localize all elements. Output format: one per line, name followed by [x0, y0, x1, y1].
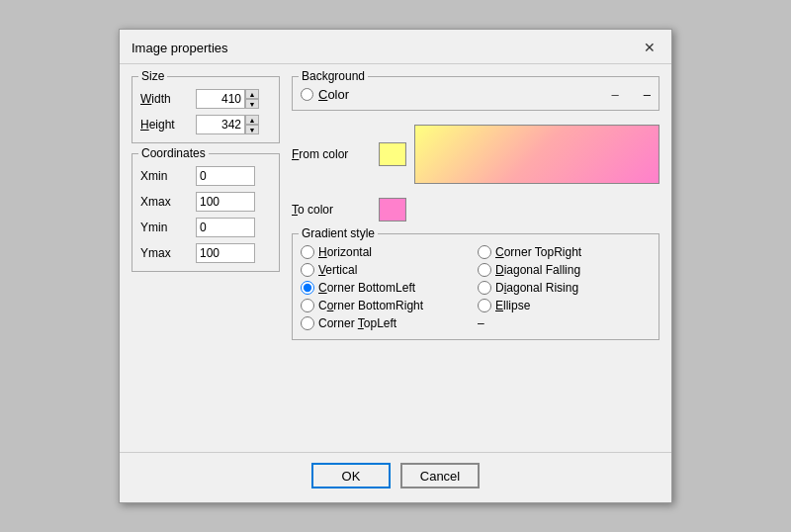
width-row: Width 410 ▲ ▼ [140, 89, 271, 109]
background-group: Background Color – – [292, 76, 659, 111]
to-color-row: To color [292, 198, 659, 222]
width-input[interactable]: 410 [196, 89, 245, 109]
diagonal-rising-radio[interactable] [478, 281, 491, 295]
dialog-body: Size Width 410 ▲ ▼ Height 342 [120, 64, 671, 452]
corner-bottomleft-label[interactable]: Corner BottomLeft [318, 281, 415, 295]
coordinates-group: Coordinates Xmin 0 Xmax 100 Ymin 0 Ymax … [132, 153, 280, 272]
image-properties-dialog: Image properties ✕ Size Width 410 ▲ ▼ [119, 29, 672, 503]
corner-bottomleft-radio[interactable] [301, 281, 314, 295]
height-input[interactable]: 342 [196, 115, 245, 134]
dialog-footer: OK Cancel [120, 452, 671, 502]
height-row: Height 342 ▲ ▼ [140, 115, 271, 134]
corner-bottomright-label[interactable]: Corner BottomRight [318, 299, 423, 312]
xmax-label: Xmax [140, 195, 190, 209]
to-color-label: To color [292, 203, 371, 217]
ellipse-label[interactable]: Ellipse [495, 299, 530, 312]
right-panel: Background Color – – From color To color [292, 76, 659, 440]
dialog-title: Image properties [132, 41, 228, 55]
corner-topleft-label[interactable]: Corner TopLeft [318, 316, 396, 330]
gradient-options-grid: Horizontal Corner TopRight Vertical [301, 244, 651, 331]
gradient-preview [414, 125, 659, 184]
width-down-button[interactable]: ▼ [245, 99, 259, 109]
background-group-label: Background [299, 69, 368, 83]
radio-diagonal-falling: Diagonal Falling [478, 262, 651, 278]
corner-bottomright-radio[interactable] [301, 299, 314, 312]
ymin-input[interactable]: 0 [196, 218, 255, 237]
gradient-style-label: Gradient style [299, 226, 378, 240]
ymax-input[interactable]: 100 [196, 243, 255, 263]
diagonal-rising-label[interactable]: Diagonal Rising [495, 281, 578, 295]
ymax-label: Ymax [140, 246, 190, 260]
radio-ellipse: Ellipse [478, 298, 651, 313]
xmax-input[interactable]: 100 [196, 192, 255, 212]
from-color-swatch[interactable] [379, 142, 406, 166]
ymax-row: Ymax 100 [140, 243, 271, 263]
bottom-dash: – [478, 316, 484, 330]
height-spinner: 342 ▲ ▼ [196, 115, 259, 134]
corner-topright-radio[interactable] [478, 245, 491, 259]
height-label: Height [140, 118, 190, 132]
size-group-label: Size [138, 69, 167, 83]
gradient-style-group: Gradient style Horizontal Corner TopRigh… [292, 233, 659, 340]
to-color-swatch[interactable] [379, 198, 406, 222]
ymin-row: Ymin 0 [140, 218, 271, 237]
ellipse-radio[interactable] [478, 299, 491, 312]
title-bar: Image properties ✕ [120, 30, 671, 64]
bottom-dash-cell: – [478, 315, 651, 331]
horizontal-radio[interactable] [301, 245, 314, 259]
height-up-button[interactable]: ▲ [245, 115, 259, 125]
xmax-row: Xmax 100 [140, 192, 271, 212]
cancel-button[interactable]: Cancel [400, 463, 480, 488]
from-color-row: From color [292, 125, 659, 184]
width-spinner: 410 ▲ ▼ [196, 89, 259, 109]
color-radio[interactable] [301, 88, 313, 101]
diagonal-falling-label[interactable]: Diagonal Falling [495, 263, 580, 277]
coordinates-label: Coordinates [138, 146, 209, 160]
radio-corner-topright: Corner TopRight [478, 244, 651, 260]
diagonal-falling-radio[interactable] [478, 263, 491, 277]
radio-corner-topleft: Corner TopLeft [301, 315, 474, 331]
corner-topright-label[interactable]: Corner TopRight [495, 245, 581, 259]
width-up-button[interactable]: ▲ [245, 89, 259, 99]
close-button[interactable]: ✕ [640, 38, 659, 57]
vertical-label[interactable]: Vertical [318, 263, 357, 277]
dash1: – [612, 87, 619, 102]
horizontal-label[interactable]: Horizontal [318, 245, 372, 259]
radio-vertical: Vertical [301, 262, 474, 278]
height-spin-buttons: ▲ ▼ [245, 115, 259, 134]
radio-corner-bottomleft: Corner BottomLeft [301, 280, 474, 296]
xmin-label: Xmin [140, 169, 190, 183]
height-down-button[interactable]: ▼ [245, 125, 259, 134]
ymin-label: Ymin [140, 221, 190, 234]
from-color-label: From color [292, 147, 371, 161]
corner-topleft-radio[interactable] [301, 316, 314, 330]
ok-button[interactable]: OK [311, 463, 391, 488]
width-spin-buttons: ▲ ▼ [245, 89, 259, 109]
color-radio-label[interactable]: Color [318, 87, 349, 102]
dash2: – [644, 87, 651, 102]
width-label: Width [140, 92, 190, 106]
radio-horizontal: Horizontal [301, 244, 474, 260]
xmin-input[interactable]: 0 [196, 166, 255, 186]
radio-corner-bottomright: Corner BottomRight [301, 298, 474, 313]
left-panel: Size Width 410 ▲ ▼ Height 342 [132, 76, 280, 440]
vertical-radio[interactable] [301, 263, 314, 277]
xmin-row: Xmin 0 [140, 166, 271, 186]
color-radio-row: Color – – [301, 87, 651, 102]
size-group: Size Width 410 ▲ ▼ Height 342 [132, 76, 280, 143]
radio-diagonal-rising: Diagonal Rising [478, 280, 651, 296]
